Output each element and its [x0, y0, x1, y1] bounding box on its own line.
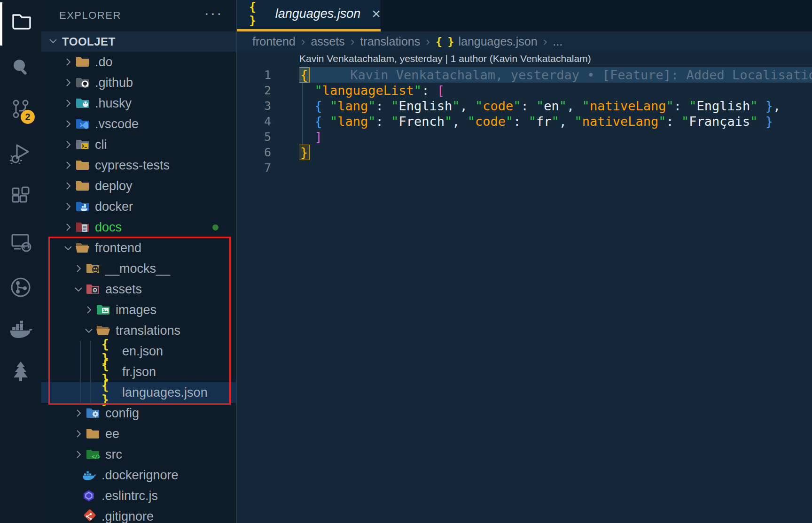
codelens-blame[interactable]: Kavin Venkatachalam, yesterday | 1 autho… [237, 52, 812, 67]
tree-item-mocks[interactable]: __mocks__ [41, 258, 236, 279]
tree-item-label: fr.json [122, 365, 156, 379]
tree-item-label: .github [95, 76, 133, 90]
tree-item-label: __mocks__ [105, 262, 170, 276]
run-debug-icon[interactable] [0, 138, 41, 168]
line-number: 2 [237, 83, 271, 98]
tree-item-label: frontend [95, 241, 141, 255]
chevron-right-icon [62, 221, 74, 233]
search-icon[interactable] [0, 53, 41, 83]
tree-item-docker[interactable]: docker [41, 196, 236, 217]
tree-item-github[interactable]: .github [41, 72, 236, 93]
docker-folder-icon [74, 200, 90, 213]
tree-item-label: ee [105, 427, 119, 441]
tree-item-assets[interactable]: assets [41, 279, 236, 300]
tree-item-label: docs [95, 220, 122, 235]
tree-item-label: deploy [95, 179, 133, 193]
tree-item-deploy[interactable]: deploy [41, 176, 236, 196]
tree-item-languages-json[interactable]: { }languages.json [41, 382, 236, 403]
chevron-right-icon [72, 407, 85, 419]
tree-item-label: .vscode [95, 117, 139, 131]
docs-icon [74, 221, 90, 233]
code-line-5[interactable]: 5 ] [237, 129, 812, 145]
breadcrumb-item-assets[interactable]: assets [311, 35, 344, 48]
code-editor[interactable]: Kavin Venkatachalam, yesterday | 1 autho… [237, 52, 812, 523]
line-number: 4 [237, 114, 271, 129]
docker-file-icon [81, 469, 97, 481]
images-icon [95, 304, 111, 316]
section-title: TOOLJET [62, 35, 116, 48]
section-header-tooljet[interactable]: TOOLJET [41, 31, 236, 52]
tree-item-eslintrc-js[interactable]: .eslintrc.js [41, 485, 236, 506]
chevron-right-icon [62, 200, 74, 213]
tree-item-do[interactable]: .do [41, 52, 236, 72]
explorer-title: EXPLORER [59, 9, 121, 22]
tree-item-en-json[interactable]: { }en.json [41, 341, 236, 361]
tree-item-label: .gitignore [102, 509, 154, 523]
tab-languages-json[interactable]: { } languages.json × [237, 0, 381, 31]
code-line-1[interactable]: 1{Kavin Venkatachalam, yesterday • [Feat… [237, 67, 812, 83]
tree-item-fr-json[interactable]: { }fr.json [41, 361, 236, 382]
code-text: ] [299, 129, 812, 145]
extensions-icon[interactable] [0, 182, 41, 212]
file-tree: .do.github.husky.vscodeclicypress-testsd… [41, 52, 236, 523]
code-text: {Kavin Venkatachalam, yesterday • [Featu… [299, 67, 812, 83]
tree-item-husky[interactable]: .husky [41, 93, 236, 114]
files-icon[interactable] [0, 7, 41, 37]
code-line-2[interactable]: 2 "languageList": [ [237, 83, 812, 98]
config-icon [85, 407, 101, 419]
close-icon[interactable]: × [372, 6, 381, 21]
code-line-7[interactable]: 7 [237, 160, 812, 176]
tree-item-label: .do [95, 55, 113, 69]
chevron-right-icon [62, 56, 74, 68]
tree-item-frontend[interactable]: frontend [41, 238, 236, 258]
tree-item-label: assets [105, 282, 142, 297]
tree-item-vscode[interactable]: .vscode [41, 114, 236, 134]
code-line-3[interactable]: 3 { "lang": "English", "code": "en", "na… [237, 98, 812, 114]
bracket-pair-guide [302, 83, 303, 145]
tree-item-cypress-tests[interactable]: cypress-tests [41, 155, 236, 176]
source-control-icon[interactable]: 2 [0, 94, 41, 124]
breadcrumb-item--[interactable]: ... [553, 35, 562, 48]
breadcrumb-item-translations[interactable]: translations [360, 35, 420, 48]
tree-item-ee[interactable]: ee [41, 423, 236, 444]
tree-item-label: .husky [95, 96, 132, 111]
tree-item-label: src [105, 447, 122, 462]
tree-item-docs[interactable]: docs [41, 217, 236, 238]
tree-item-label: translations [116, 323, 180, 338]
cli-icon [74, 138, 90, 151]
code-line-4[interactable]: 4 { "lang": "French", "code": "fr", "nat… [237, 114, 812, 129]
gitlens-icon[interactable] [0, 272, 41, 302]
chevron-right-icon [62, 180, 74, 192]
tree-item-cli[interactable]: cli [41, 134, 236, 155]
tree-item-config[interactable]: config [41, 403, 236, 423]
breadcrumb-separator: › [351, 34, 355, 49]
line-number: 6 [237, 145, 271, 160]
tab-bar: { } languages.json × [237, 0, 812, 31]
tree-item-src[interactable]: </>src [41, 444, 236, 465]
tree-item-label: images [116, 303, 156, 317]
tree-item-images[interactable]: images [41, 300, 236, 320]
folder-icon [74, 180, 90, 192]
json-file-icon: { } [436, 36, 454, 48]
git-icon [81, 509, 97, 523]
activity-bar: 2 [0, 0, 41, 523]
remote-explorer-icon[interactable] [0, 227, 41, 257]
scm-changes-badge: 2 [21, 110, 35, 124]
tree-item-dockerignore[interactable]: .dockerignore [41, 465, 236, 485]
assets-icon [85, 283, 101, 295]
chevron-down-icon [83, 324, 95, 337]
breadcrumb-item-frontend[interactable]: frontend [252, 35, 296, 48]
tree-item-translations[interactable]: translations [41, 320, 236, 341]
vscode-icon [74, 118, 90, 130]
todo-tree-icon[interactable] [0, 356, 41, 386]
json-file-icon: { } [249, 0, 268, 27]
docker-icon[interactable] [0, 315, 41, 345]
chevron-down-icon [47, 35, 59, 49]
code-line-6[interactable]: 6} [237, 145, 812, 160]
tree-item-gitignore[interactable]: .gitignore [41, 506, 236, 523]
tab-label: languages.json [275, 7, 361, 21]
src-icon: </> [85, 448, 101, 461]
more-actions-icon[interactable]: ··· [204, 4, 223, 22]
tree-item-label: languages.json [122, 385, 208, 400]
breadcrumb-item-languages-json[interactable]: languages.json [458, 35, 537, 48]
